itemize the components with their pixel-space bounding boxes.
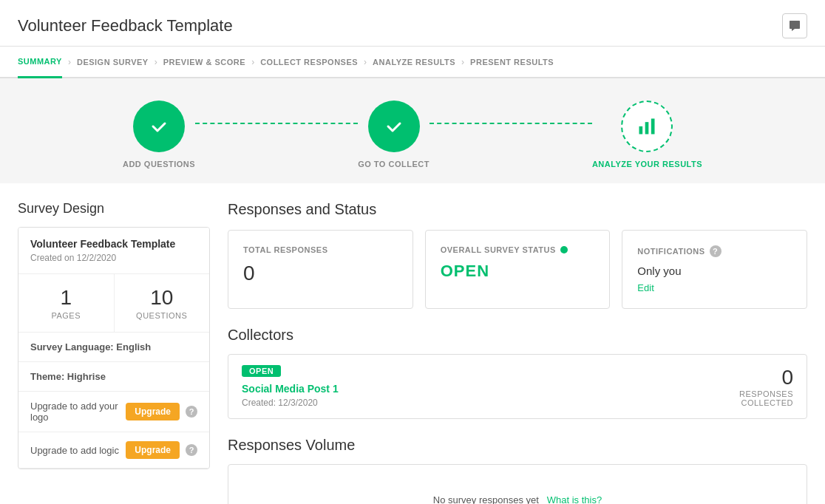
notifications-label: NOTIFICATIONS ? [637, 245, 792, 257]
notifications-edit-link[interactable]: Edit [637, 282, 653, 293]
collector-right: 0 RESPONSESCOLLECTED [739, 366, 793, 407]
svg-rect-2 [651, 119, 655, 134]
total-responses-card: TOTAL RESPONSES 0 [228, 230, 413, 309]
main-content: Survey Design Volunteer Feedback Templat… [0, 183, 825, 504]
questions-label: QUESTIONS [120, 311, 204, 320]
collector-name[interactable]: Social Media Post 1 [242, 383, 339, 395]
checkmark-icon-1 [149, 116, 169, 137]
theme-label: Theme: [30, 371, 64, 382]
nav-arrow-3: › [251, 57, 254, 67]
logo-upgrade-text: Upgrade to add your logo [30, 401, 126, 423]
sidebar-stats: 1 PAGES 10 QUESTIONS [18, 274, 209, 333]
language-label: Survey Language: [30, 341, 114, 353]
progress-label-2: GO TO COLLECT [358, 160, 430, 168]
progress-step-1: ADD QUESTIONS [123, 101, 195, 168]
nav: SUMMARY › DESIGN SURVEY › PREVIEW & SCOR… [0, 47, 825, 78]
sidebar-created-date: Created on 12/2/2020 [30, 253, 197, 263]
sidebar-language: Survey Language: English [18, 333, 209, 362]
collector-row: OPEN Social Media Post 1 Created: 12/3/2… [228, 354, 807, 419]
svg-rect-1 [645, 122, 649, 134]
nav-arrow-2: › [155, 57, 157, 67]
total-responses-label: TOTAL RESPONSES [243, 245, 398, 254]
collectors-title: Collectors [228, 327, 807, 344]
notifications-value: Only you [637, 265, 792, 277]
nav-item-analyze-results[interactable]: ANALYZE RESULTS [373, 47, 455, 77]
logo-upgrade-button[interactable]: Upgrade [126, 403, 180, 420]
nav-arrow-1: › [68, 57, 71, 67]
collector-left: OPEN Social Media Post 1 Created: 12/3/2… [242, 365, 339, 408]
nav-item-collect-responses[interactable]: COLLECT RESPONSES [260, 47, 358, 77]
comment-button[interactable] [782, 13, 807, 38]
sidebar-card: Volunteer Feedback Template Created on 1… [18, 227, 210, 469]
pages-label: PAGES [24, 311, 108, 320]
progress-circle-1 [133, 101, 185, 152]
progress-line-2 [430, 123, 592, 124]
main-right-content: Responses and Status TOTAL RESPONSES 0 O… [228, 201, 807, 504]
overall-status-label: OVERALL SURVEY STATUS [441, 245, 595, 254]
progress-line-1 [195, 123, 358, 124]
sidebar-stat-questions: 10 QUESTIONS [115, 274, 210, 332]
nav-item-present-results[interactable]: PRESENT RESULTS [470, 47, 554, 77]
pages-count: 1 [24, 286, 108, 310]
overall-status-value: OPEN [441, 262, 595, 281]
status-cards: TOTAL RESPONSES 0 OVERALL SURVEY STATUS … [228, 230, 807, 309]
nav-arrow-5: › [461, 57, 464, 67]
sidebar: Survey Design Volunteer Feedback Templat… [18, 201, 210, 504]
svg-rect-0 [639, 126, 643, 134]
progress-label-1: ADD QUESTIONS [123, 160, 195, 168]
logic-upgrade-right: Upgrade ? [126, 441, 197, 459]
sidebar-theme: Theme: Highrise [18, 362, 209, 392]
logic-upgrade-text: Upgrade to add logic [30, 445, 119, 456]
notifications-card: NOTIFICATIONS ? Only you Edit [622, 230, 807, 309]
nav-arrow-4: › [364, 57, 367, 67]
notifications-help-icon[interactable]: ? [710, 245, 722, 257]
progress-label-3: ANALYZE YOUR RESULTS [592, 160, 702, 168]
collector-responses-label: RESPONSESCOLLECTED [739, 389, 793, 407]
sidebar-upgrade-logo: Upgrade to add your logo Upgrade ? [18, 392, 209, 432]
progress-area: ADD QUESTIONS GO TO COLLECT ANALYZE YOUR… [0, 78, 825, 183]
nav-item-summary[interactable]: SUMMARY [18, 47, 62, 78]
theme-value: Highrise [67, 371, 106, 382]
page-title: Volunteer Feedback Template [18, 16, 233, 35]
volume-card: No survey responses yet What is this? [228, 464, 807, 504]
responses-status-title: Responses and Status [228, 201, 807, 218]
progress-step-3[interactable]: ANALYZE YOUR RESULTS [592, 101, 702, 168]
sidebar-survey-name: Volunteer Feedback Template [30, 238, 197, 250]
sidebar-stat-pages: 1 PAGES [18, 274, 115, 332]
nav-item-design-survey[interactable]: DESIGN SURVEY [77, 47, 149, 77]
chart-icon [636, 116, 657, 137]
sidebar-card-header: Volunteer Feedback Template Created on 1… [18, 228, 209, 274]
volume-what-is-this-link[interactable]: What is this? [547, 494, 602, 504]
language-value: English [116, 341, 151, 353]
progress-circle-3 [621, 101, 673, 152]
volume-title: Responses Volume [228, 437, 807, 454]
overall-status-card: OVERALL SURVEY STATUS OPEN [425, 230, 611, 309]
checkmark-icon-2 [384, 116, 404, 137]
volume-section: Responses Volume No survey responses yet… [228, 437, 807, 504]
volume-empty-text: No survey responses yet [433, 494, 539, 504]
questions-count: 10 [120, 286, 204, 310]
collector-badge: OPEN [242, 365, 281, 377]
total-responses-value: 0 [243, 262, 398, 285]
collector-responses-count: 0 [739, 366, 793, 389]
status-dot [560, 246, 568, 253]
collector-created: Created: 12/3/2020 [242, 398, 339, 408]
logo-help-icon[interactable]: ? [186, 406, 197, 418]
comment-icon [789, 20, 801, 32]
progress-step-2: GO TO COLLECT [358, 101, 430, 168]
nav-item-preview-score[interactable]: PREVIEW & SCORE [163, 47, 245, 77]
logic-help-icon[interactable]: ? [186, 444, 197, 456]
logo-upgrade-right: Upgrade ? [126, 403, 197, 420]
sidebar-upgrade-logic: Upgrade to add logic Upgrade ? [18, 432, 209, 469]
progress-circle-2 [368, 101, 420, 152]
logic-upgrade-button[interactable]: Upgrade [126, 441, 180, 459]
sidebar-title: Survey Design [18, 201, 210, 217]
header: Volunteer Feedback Template [0, 0, 825, 47]
